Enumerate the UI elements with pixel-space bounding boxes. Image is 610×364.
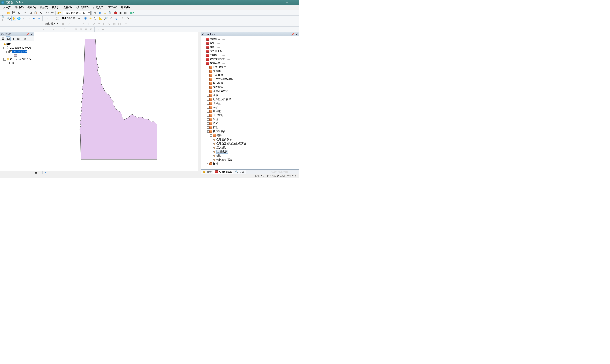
tree-label[interactable]: 拓扑	[213, 162, 218, 166]
tree-label[interactable]: 服务器工具	[210, 49, 222, 53]
layer-checkbox[interactable]: ✓	[9, 50, 12, 53]
tree-label[interactable]: 多维工具	[210, 41, 220, 45]
expand-icon[interactable]: +	[203, 58, 205, 60]
expand-icon[interactable]: +	[206, 94, 209, 96]
expand-icon[interactable]: -	[203, 62, 205, 64]
menu-bookmark[interactable]: 书签(B)	[38, 5, 50, 10]
tree-label[interactable]: 分布式地理数据库	[213, 78, 233, 81]
list-by-source[interactable]: 🗂	[6, 36, 11, 41]
x-btn-3[interactable]: ⊏	[52, 27, 56, 32]
tree-label[interactable]: 数据管理工具	[210, 61, 225, 65]
tree-label[interactable]: 空间统计工具	[210, 53, 225, 57]
edit-point[interactable]: •	[81, 22, 86, 26]
map-canvas[interactable]	[34, 32, 198, 170]
list-by-selection[interactable]: ▦	[16, 36, 21, 41]
expand-icon[interactable]: +	[206, 126, 209, 129]
html-popup-button[interactable]: 💬	[94, 16, 98, 21]
toc-tree[interactable]: - ◆ 图层 - 🗄 C:\Users\89187\Dc - ✓ idll_Pr…	[0, 41, 34, 174]
expand-icon[interactable]: +	[206, 122, 209, 125]
tree-label[interactable]: 属性域	[213, 110, 221, 113]
menu-file[interactable]: 文件(F)	[1, 5, 13, 10]
edit-template[interactable]: ▤	[124, 22, 128, 26]
expand-icon[interactable]: +	[206, 163, 209, 165]
tree-label[interactable]: 创建空间参考	[217, 138, 232, 141]
pause-button[interactable]: ‖	[47, 171, 51, 174]
horizontal-scrollbar[interactable]: ▣ ▢ ⟳ ‖	[34, 170, 201, 174]
layers-root-label[interactable]: 图层	[6, 42, 12, 46]
folder-path-label[interactable]: C:\Users\89187\De	[10, 58, 32, 61]
redo-button[interactable]: ↷	[50, 11, 55, 15]
expand-icon[interactable]: +	[206, 110, 209, 113]
viewer-window-button[interactable]: ⧉	[125, 16, 130, 21]
tab-catalog[interactable]: 🗂目录	[201, 170, 214, 174]
pointer-button[interactable]: ➤	[77, 16, 81, 21]
data-view-button[interactable]: ▣	[34, 171, 38, 174]
tree-label[interactable]: 工作空间	[213, 114, 223, 117]
pin-icon[interactable]: 📌	[291, 33, 294, 36]
clear-selection-button[interactable]: ▭	[49, 16, 53, 21]
search-button[interactable]: 🔍	[108, 11, 112, 15]
tab-search[interactable]: 🔍搜索	[233, 170, 246, 174]
x-btn-1[interactable]: ▭	[40, 27, 45, 32]
x-btn-2[interactable]: ▭▾	[45, 27, 50, 32]
tree-label[interactable]: 栅格	[217, 134, 222, 137]
menu-insert[interactable]: 插入(I)	[50, 5, 61, 10]
menu-view[interactable]: 视图(V)	[26, 5, 38, 10]
expand-icon[interactable]: -	[1, 43, 3, 45]
fixed-zoom-in-button[interactable]: ⤢	[22, 16, 26, 21]
tree-label[interactable]: 创建自定义地理(坐标)变换	[217, 142, 246, 145]
menu-edit[interactable]: 编辑(E)	[13, 5, 25, 10]
minimize-button[interactable]: —	[275, 0, 283, 5]
cut-button[interactable]: ✂	[23, 11, 28, 15]
tree-label[interactable]: 制图综合	[213, 86, 223, 89]
time-slider-button[interactable]: ⏱	[120, 16, 125, 21]
x-btn-8[interactable]: ⊟	[79, 27, 83, 32]
expand-icon[interactable]: +	[203, 38, 205, 40]
edit-cut[interactable]: ✂	[97, 22, 101, 26]
zoom-in-button[interactable]: 🔍+	[1, 16, 6, 21]
tree-label[interactable]: 图层和表视图	[213, 90, 228, 93]
tree-label[interactable]: 图表	[213, 93, 218, 97]
edit-trace[interactable]: 〰	[76, 22, 81, 26]
expand-icon[interactable]: -	[6, 51, 9, 53]
edit-split[interactable]: ⊟	[102, 22, 107, 26]
tree-label[interactable]: 地理数据库管理	[213, 98, 231, 101]
find-route-button[interactable]: ⇄	[109, 16, 113, 21]
tree-label[interactable]: 字段	[213, 106, 218, 109]
edit-sketch[interactable]: ▢	[117, 22, 122, 26]
measure-button[interactable]: 📐	[98, 16, 103, 21]
save-button[interactable]: 💾	[12, 11, 16, 15]
expand-icon[interactable]: +	[206, 82, 209, 84]
close-button[interactable]: ✕	[290, 0, 298, 5]
x-btn-10[interactable]: ⊡	[89, 27, 94, 32]
tree-label[interactable]: 关系类	[213, 69, 221, 73]
expand-icon[interactable]: +	[206, 114, 209, 117]
tree-label[interactable]: 常规	[213, 118, 218, 121]
identify-button[interactable]: ⓘ	[83, 16, 88, 21]
refresh-button[interactable]: ⟳	[43, 171, 47, 174]
full-extent-button[interactable]: 🌐	[16, 16, 21, 21]
expand-icon[interactable]: +	[206, 74, 209, 76]
arctoolbox-tree[interactable]: +地理编码工具+多维工具+分析工具+服务器工具+空间统计工具+时空模式挖掘工具-…	[202, 36, 299, 169]
list-by-drawing-order[interactable]: ☰	[1, 36, 5, 41]
expand-icon[interactable]: +	[206, 90, 209, 92]
x-btn-7[interactable]: ⊞	[74, 27, 78, 32]
print-button[interactable]: 🖨	[16, 11, 21, 15]
scale-input[interactable]: 1:547,014,982,762 ▾	[63, 11, 91, 15]
go-to-xy-button[interactable]: xy	[114, 16, 118, 21]
fixed-zoom-out-button[interactable]: ⤡	[27, 16, 31, 21]
zoom-out-button[interactable]: 🔍-	[6, 16, 11, 21]
tree-label[interactable]: 分析工具	[210, 45, 220, 49]
tree-label[interactable]: 定义投影	[217, 146, 227, 149]
expand-icon[interactable]: +	[203, 50, 205, 52]
toc-horizontal-scrollbar[interactable]	[0, 170, 34, 174]
x-btn-5[interactable]: ⊓	[62, 27, 67, 32]
edit-reshape[interactable]: ⟳	[92, 22, 96, 26]
undo-button[interactable]: ↶	[45, 11, 50, 15]
menu-custom[interactable]: 自定义(C)	[92, 5, 106, 10]
tree-label[interactable]: 转换坐标记法	[217, 158, 232, 161]
edit-tool[interactable]: ▶	[61, 22, 66, 26]
expand-icon[interactable]: +	[203, 42, 205, 44]
expand-icon[interactable]: -	[3, 58, 6, 61]
new-button[interactable]: 🗋	[1, 11, 6, 15]
